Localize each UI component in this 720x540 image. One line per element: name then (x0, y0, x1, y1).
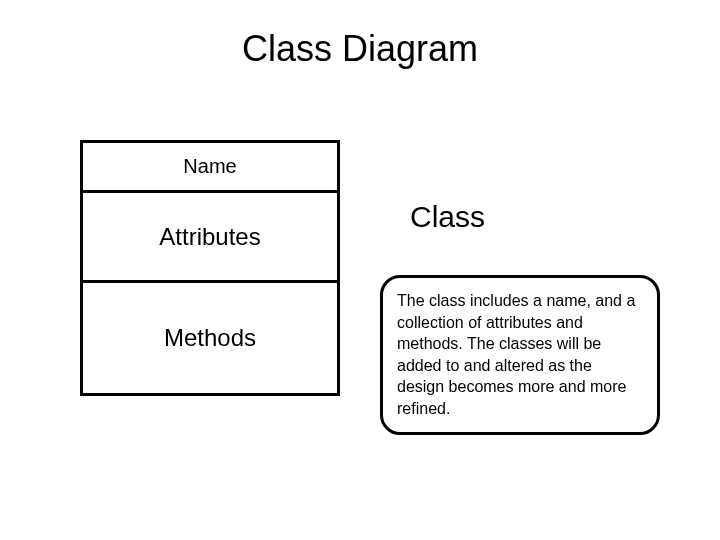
page-title: Class Diagram (0, 28, 720, 70)
class-name-compartment: Name (83, 143, 337, 193)
class-attributes-compartment: Attributes (83, 193, 337, 283)
class-label: Class (410, 200, 485, 234)
class-methods-compartment: Methods (83, 283, 337, 393)
uml-class-box: Name Attributes Methods (80, 140, 340, 396)
class-description: The class includes a name, and a collect… (380, 275, 660, 435)
